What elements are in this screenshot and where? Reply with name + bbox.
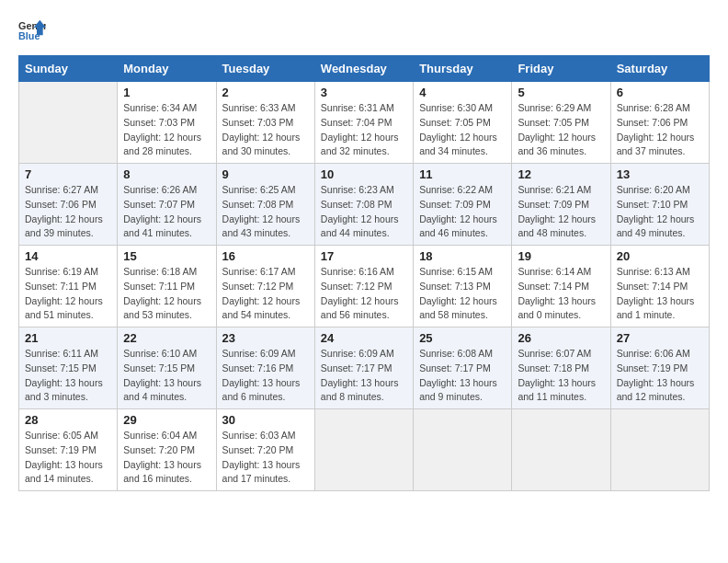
- day-number: 21: [25, 331, 111, 345]
- day-number: 18: [419, 249, 506, 263]
- day-number: 14: [25, 249, 111, 263]
- calendar-table: SundayMondayTuesdayWednesdayThursdayFrid…: [18, 55, 710, 491]
- day-info: Sunrise: 6:05 AMSunset: 7:19 PMDaylight:…: [25, 429, 111, 487]
- calendar-week-row: 1Sunrise: 6:34 AMSunset: 7:03 PMDaylight…: [19, 82, 710, 164]
- calendar-cell: 8Sunrise: 6:26 AMSunset: 7:07 PMDaylight…: [118, 164, 216, 246]
- day-number: 22: [123, 331, 210, 345]
- day-info: Sunrise: 6:27 AMSunset: 7:06 PMDaylight:…: [25, 183, 111, 241]
- day-info: Sunrise: 6:19 AMSunset: 7:11 PMDaylight:…: [25, 265, 111, 323]
- day-info: Sunrise: 6:11 AMSunset: 7:15 PMDaylight:…: [25, 347, 111, 405]
- day-info: Sunrise: 6:18 AMSunset: 7:11 PMDaylight:…: [123, 265, 210, 323]
- calendar-cell: 1Sunrise: 6:34 AMSunset: 7:03 PMDaylight…: [118, 82, 216, 164]
- day-number: 25: [419, 331, 506, 345]
- day-info: Sunrise: 6:07 AMSunset: 7:18 PMDaylight:…: [518, 347, 604, 405]
- day-number: 26: [518, 331, 604, 345]
- calendar-cell: 10Sunrise: 6:23 AMSunset: 7:08 PMDayligh…: [314, 164, 413, 246]
- logo-icon: General Blue: [18, 18, 46, 46]
- calendar-cell: 7Sunrise: 6:27 AMSunset: 7:06 PMDaylight…: [19, 164, 118, 246]
- calendar-cell: 27Sunrise: 6:06 AMSunset: 7:19 PMDayligh…: [610, 327, 709, 409]
- calendar-cell: 26Sunrise: 6:07 AMSunset: 7:18 PMDayligh…: [512, 327, 610, 409]
- day-info: Sunrise: 6:16 AMSunset: 7:12 PMDaylight:…: [321, 265, 407, 323]
- day-number: 27: [617, 331, 703, 345]
- day-number: 16: [222, 249, 309, 263]
- day-info: Sunrise: 6:21 AMSunset: 7:09 PMDaylight:…: [518, 183, 604, 241]
- weekday-header: Friday: [512, 56, 610, 82]
- day-info: Sunrise: 6:22 AMSunset: 7:09 PMDaylight:…: [419, 183, 506, 241]
- calendar-cell: 4Sunrise: 6:30 AMSunset: 7:05 PMDaylight…: [414, 82, 512, 164]
- calendar-week-row: 7Sunrise: 6:27 AMSunset: 7:06 PMDaylight…: [19, 164, 710, 246]
- day-info: Sunrise: 6:17 AMSunset: 7:12 PMDaylight:…: [222, 265, 309, 323]
- header: General Blue: [18, 18, 710, 46]
- weekday-header: Monday: [118, 56, 216, 82]
- day-number: 29: [123, 413, 210, 427]
- day-info: Sunrise: 6:23 AMSunset: 7:08 PMDaylight:…: [321, 183, 407, 241]
- calendar-cell: 22Sunrise: 6:10 AMSunset: 7:15 PMDayligh…: [118, 327, 216, 409]
- calendar-cell: [314, 409, 413, 491]
- day-number: 23: [222, 331, 309, 345]
- calendar-week-row: 21Sunrise: 6:11 AMSunset: 7:15 PMDayligh…: [19, 327, 710, 409]
- calendar-header-row: SundayMondayTuesdayWednesdayThursdayFrid…: [19, 56, 710, 82]
- calendar-week-row: 28Sunrise: 6:05 AMSunset: 7:19 PMDayligh…: [19, 409, 710, 491]
- day-number: 12: [518, 167, 604, 181]
- day-info: Sunrise: 6:20 AMSunset: 7:10 PMDaylight:…: [617, 183, 703, 241]
- calendar-cell: 13Sunrise: 6:20 AMSunset: 7:10 PMDayligh…: [610, 164, 709, 246]
- day-number: 5: [518, 86, 604, 99]
- day-info: Sunrise: 6:15 AMSunset: 7:13 PMDaylight:…: [419, 265, 506, 323]
- day-number: 24: [321, 331, 407, 345]
- calendar-cell: [512, 409, 610, 491]
- day-info: Sunrise: 6:04 AMSunset: 7:20 PMDaylight:…: [123, 429, 210, 487]
- day-number: 19: [518, 249, 604, 263]
- calendar-cell: 29Sunrise: 6:04 AMSunset: 7:20 PMDayligh…: [118, 409, 216, 491]
- svg-text:Blue: Blue: [18, 30, 40, 41]
- calendar-cell: 21Sunrise: 6:11 AMSunset: 7:15 PMDayligh…: [19, 327, 118, 409]
- calendar-cell: 17Sunrise: 6:16 AMSunset: 7:12 PMDayligh…: [314, 246, 413, 327]
- day-number: 13: [617, 167, 703, 181]
- day-number: 10: [321, 167, 407, 181]
- calendar-cell: [19, 82, 118, 164]
- day-info: Sunrise: 6:06 AMSunset: 7:19 PMDaylight:…: [617, 347, 703, 405]
- calendar-cell: 19Sunrise: 6:14 AMSunset: 7:14 PMDayligh…: [512, 246, 610, 327]
- day-info: Sunrise: 6:09 AMSunset: 7:16 PMDaylight:…: [222, 347, 309, 405]
- day-info: Sunrise: 6:10 AMSunset: 7:15 PMDaylight:…: [123, 347, 210, 405]
- day-info: Sunrise: 6:09 AMSunset: 7:17 PMDaylight:…: [321, 347, 407, 405]
- day-number: 2: [222, 86, 309, 99]
- day-number: 17: [321, 249, 407, 263]
- day-number: 9: [222, 167, 309, 181]
- day-number: 28: [25, 413, 111, 427]
- calendar-cell: 12Sunrise: 6:21 AMSunset: 7:09 PMDayligh…: [512, 164, 610, 246]
- calendar-cell: 5Sunrise: 6:29 AMSunset: 7:05 PMDaylight…: [512, 82, 610, 164]
- calendar-cell: [610, 409, 709, 491]
- calendar-cell: 16Sunrise: 6:17 AMSunset: 7:12 PMDayligh…: [216, 246, 314, 327]
- calendar-cell: 2Sunrise: 6:33 AMSunset: 7:03 PMDaylight…: [216, 82, 314, 164]
- day-info: Sunrise: 6:31 AMSunset: 7:04 PMDaylight:…: [321, 101, 407, 159]
- weekday-header: Wednesday: [314, 56, 413, 82]
- calendar-cell: 14Sunrise: 6:19 AMSunset: 7:11 PMDayligh…: [19, 246, 118, 327]
- calendar-week-row: 14Sunrise: 6:19 AMSunset: 7:11 PMDayligh…: [19, 246, 710, 327]
- calendar-cell: 23Sunrise: 6:09 AMSunset: 7:16 PMDayligh…: [216, 327, 314, 409]
- day-number: 7: [25, 167, 111, 181]
- day-info: Sunrise: 6:03 AMSunset: 7:20 PMDaylight:…: [222, 429, 309, 487]
- day-info: Sunrise: 6:29 AMSunset: 7:05 PMDaylight:…: [518, 101, 604, 159]
- day-number: 8: [123, 167, 210, 181]
- weekday-header: Thursday: [414, 56, 512, 82]
- day-number: 1: [123, 86, 210, 99]
- day-info: Sunrise: 6:13 AMSunset: 7:14 PMDaylight:…: [617, 265, 703, 323]
- day-number: 3: [321, 86, 407, 99]
- day-info: Sunrise: 6:28 AMSunset: 7:06 PMDaylight:…: [617, 101, 703, 159]
- day-number: 20: [617, 249, 703, 263]
- calendar-cell: 18Sunrise: 6:15 AMSunset: 7:13 PMDayligh…: [414, 246, 512, 327]
- day-number: 15: [123, 249, 210, 263]
- day-info: Sunrise: 6:14 AMSunset: 7:14 PMDaylight:…: [518, 265, 604, 323]
- weekday-header: Tuesday: [216, 56, 314, 82]
- calendar-cell: 24Sunrise: 6:09 AMSunset: 7:17 PMDayligh…: [314, 327, 413, 409]
- day-number: 4: [419, 86, 506, 99]
- day-info: Sunrise: 6:34 AMSunset: 7:03 PMDaylight:…: [123, 101, 210, 159]
- calendar-cell: 20Sunrise: 6:13 AMSunset: 7:14 PMDayligh…: [610, 246, 709, 327]
- day-info: Sunrise: 6:26 AMSunset: 7:07 PMDaylight:…: [123, 183, 210, 241]
- day-number: 6: [617, 86, 703, 99]
- day-number: 30: [222, 413, 309, 427]
- day-info: Sunrise: 6:33 AMSunset: 7:03 PMDaylight:…: [222, 101, 309, 159]
- calendar-cell: 9Sunrise: 6:25 AMSunset: 7:08 PMDaylight…: [216, 164, 314, 246]
- day-info: Sunrise: 6:08 AMSunset: 7:17 PMDaylight:…: [419, 347, 506, 405]
- calendar-cell: 11Sunrise: 6:22 AMSunset: 7:09 PMDayligh…: [414, 164, 512, 246]
